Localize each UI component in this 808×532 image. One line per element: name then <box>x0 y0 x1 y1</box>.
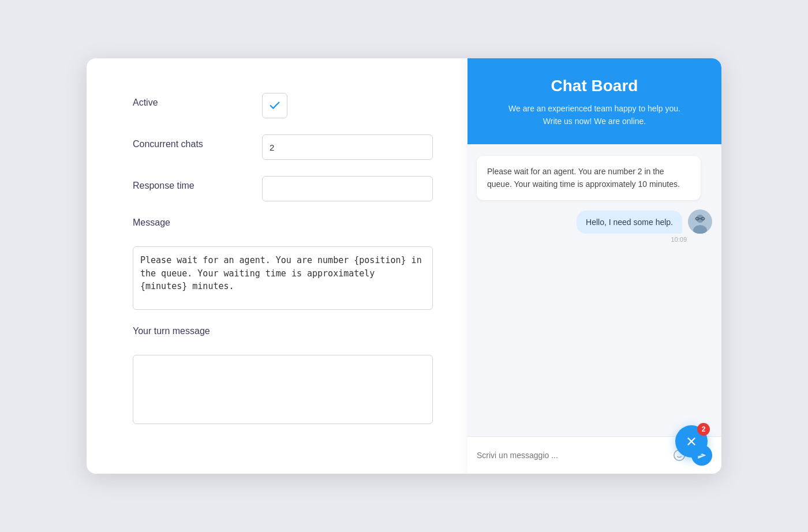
concurrent-label: Concurrent chats <box>133 134 248 149</box>
concurrent-row: Concurrent chats <box>133 134 433 160</box>
your-turn-label: Your turn message <box>133 326 210 336</box>
response-row: Response time <box>133 176 433 201</box>
main-card: Active Concurrent chats Response time <box>87 58 721 474</box>
your-turn-row: Your turn message <box>133 326 433 424</box>
chat-title: Chat Board <box>484 77 705 95</box>
subtitle-line1: We are an experienced team happy to help… <box>508 104 680 113</box>
active-checkbox[interactable] <box>262 93 287 118</box>
chat-subtitle: We are an experienced team happy to help… <box>484 102 705 128</box>
active-control <box>262 93 433 118</box>
user-bubble: Hello, I need some help. <box>577 211 682 234</box>
floating-chat-button[interactable]: 2 <box>675 425 708 458</box>
your-turn-textarea[interactable] <box>133 355 433 424</box>
chat-header: Chat Board We are an experienced team ha… <box>467 58 721 144</box>
user-message-wrapper: Hello, I need some help. <box>477 209 712 243</box>
chat-panel: Chat Board We are an experienced team ha… <box>467 58 721 474</box>
message-textarea[interactable]: Please wait for an agent. You are number… <box>133 246 433 310</box>
settings-panel: Active Concurrent chats Response time <box>87 58 467 474</box>
message-time: 10:09 <box>477 236 712 243</box>
subtitle-line2: Write us now! We are online. <box>543 117 646 126</box>
message-row: Message Please wait for an agent. You ar… <box>133 218 433 310</box>
floating-button-container: 2 <box>675 425 708 458</box>
concurrent-input[interactable] <box>262 134 433 160</box>
avatar <box>688 209 712 234</box>
notification-badge: 2 <box>697 423 710 436</box>
response-label: Response time <box>133 176 248 191</box>
user-message-row: Hello, I need some help. <box>477 209 712 234</box>
message-label: Message <box>133 218 170 228</box>
chat-input[interactable] <box>477 451 667 460</box>
active-label: Active <box>133 93 248 108</box>
response-control <box>262 176 433 201</box>
chat-body: Please wait for an agent. You are number… <box>467 144 721 436</box>
concurrent-control <box>262 134 433 160</box>
active-row: Active <box>133 93 433 118</box>
response-input[interactable] <box>262 176 433 201</box>
system-message: Please wait for an agent. You are number… <box>477 156 701 200</box>
